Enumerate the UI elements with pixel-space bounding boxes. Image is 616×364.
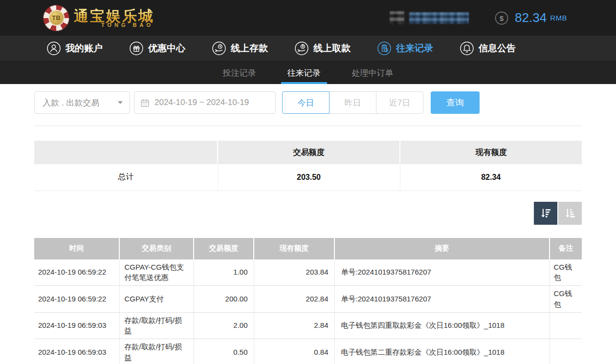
tab-transaction-records[interactable]: 往来记录 — [281, 62, 327, 84]
cell-balance: 202.84 — [254, 286, 334, 313]
cell-type: 存款/取款/打码/损益 — [119, 339, 194, 364]
col-header-note: 备注 — [550, 238, 582, 259]
summary-current-amount: 82.34 — [400, 164, 582, 191]
quick-date-group: 今日 昨日 近7日 — [282, 91, 423, 114]
cell-summary: 单号:202410193758176207 — [334, 286, 550, 313]
chevron-down-icon — [118, 101, 123, 104]
summary-header-current-amount: 现有额度 — [400, 141, 582, 164]
search-button[interactable]: 查询 — [431, 91, 480, 114]
summary-total-row: 总计 203.50 82.34 — [34, 164, 582, 191]
col-header-type: 交易类别 — [119, 238, 194, 259]
logo-text: 通宝娱乐城 TONG BAO — [74, 8, 154, 28]
nav-item-label: 优惠中心 — [148, 42, 185, 55]
summary-header-empty — [34, 141, 218, 164]
cell-balance: 203.84 — [254, 259, 334, 286]
gift-icon — [129, 41, 144, 56]
sort-controls — [34, 202, 582, 225]
sub-tabs: 投注记录 往来记录 处理中订单 — [0, 61, 616, 84]
nav-item-transaction-records[interactable]: 往来记录 — [377, 41, 433, 56]
user-icon — [46, 41, 61, 56]
records-icon — [377, 41, 392, 56]
cell-type: 存款/取款/打码/损益 — [119, 312, 194, 339]
sort-descending-button[interactable] — [534, 202, 557, 225]
nav-item-label: 线上存款 — [231, 42, 268, 55]
summary-transaction-amount: 203.50 — [218, 164, 400, 191]
svg-text:¥: ¥ — [220, 45, 221, 48]
svg-text:$: $ — [302, 44, 304, 48]
quick-btn-last7days[interactable]: 近7日 — [376, 91, 423, 114]
summary-header-row: 交易额度 现有额度 — [34, 141, 582, 164]
chip-monogram: TB — [48, 10, 65, 26]
bell-icon — [460, 41, 474, 56]
dollar-coin-icon: $ — [494, 11, 509, 25]
site-logo[interactable]: TB 通宝娱乐城 TONG BAO — [43, 5, 154, 31]
quick-btn-yesterday[interactable]: 昨日 — [329, 91, 376, 114]
cell-note — [550, 312, 582, 339]
table-row: 2024-10-19 06:59:03存款/取款/打码/损益2.002.84电子… — [34, 312, 582, 339]
site-subtitle: TONG BAO — [74, 22, 154, 28]
cell-time: 2024-10-19 06:59:22 — [34, 259, 119, 286]
main-nav: 我的账户 优惠中心 ¥ 线上存款 — [0, 36, 616, 61]
dropdown-value: 入款 . 出款交易 — [43, 97, 99, 108]
table-row: 2024-10-19 06:59:22CGPAY-CG钱包支付笔笔送优惠1.00… — [34, 259, 582, 286]
filter-bar: 入款 . 出款交易 2024-10-19 ~ 2024-10-19 今日 昨日 … — [34, 91, 582, 114]
cell-note: CG钱包 — [550, 259, 582, 286]
nav-item-label: 信息公告 — [479, 42, 516, 55]
col-header-balance: 现有额度 — [254, 238, 334, 259]
nav-item-promotions[interactable]: 优惠中心 — [129, 41, 185, 56]
cell-summary: 电子钱包第四重取款彩金《次日16:00领取》_1018 — [334, 312, 550, 339]
cell-balance: 2.84 — [254, 312, 334, 339]
cell-amount: 2.00 — [194, 312, 254, 339]
nav-item-announcements[interactable]: 信息公告 — [460, 41, 516, 56]
cell-note: CG钱包 — [550, 286, 582, 313]
main-content: 入款 . 出款交易 2024-10-19 ~ 2024-10-19 今日 昨日 … — [34, 91, 582, 364]
cell-time: 2024-10-19 06:59:22 — [34, 286, 119, 313]
summary-header-transaction-amount: 交易额度 — [218, 141, 400, 164]
balance-currency: RMB — [550, 14, 567, 22]
nav-item-label: 线上取款 — [313, 42, 351, 55]
section-divider — [34, 126, 582, 126]
cell-type: CGPAY-CG钱包支付笔笔送优惠 — [119, 259, 194, 286]
deposit-icon: ¥ — [212, 41, 226, 56]
summary-table: 交易额度 现有额度 总计 203.50 82.34 — [34, 141, 582, 191]
sort-ascending-button[interactable] — [558, 202, 582, 225]
calendar-icon — [140, 98, 150, 107]
account-area: $ 82.34 RMB — [390, 10, 567, 25]
tab-pending-orders[interactable]: 处理中订单 — [346, 62, 400, 84]
records-table: 时间 交易类别 交易额度 现有额度 摘要 备注 2024-10-19 06:59… — [34, 238, 582, 364]
table-row: 2024-10-19 06:59:03存款/取款/打码/损益0.500.84电子… — [34, 339, 582, 364]
nav-item-my-account[interactable]: 我的账户 — [46, 41, 103, 56]
avatar — [390, 11, 404, 24]
date-range-value: 2024-10-19 ~ 2024-10-19 — [154, 98, 249, 107]
nav-item-deposit[interactable]: ¥ 线上存款 — [212, 41, 268, 56]
poker-chip-icon: TB — [43, 5, 69, 31]
cell-type: CGPAY支付 — [119, 286, 194, 313]
col-header-summary: 摘要 — [334, 238, 550, 259]
date-range-input[interactable]: 2024-10-19 ~ 2024-10-19 — [134, 91, 276, 114]
top-bar: TB 通宝娱乐城 TONG BAO $ 82.34 RMB — [0, 0, 616, 36]
cell-balance: 0.84 — [254, 339, 334, 364]
nav-item-label: 往来记录 — [396, 42, 433, 55]
col-header-amount: 交易额度 — [194, 238, 254, 259]
cell-summary: 单号:202410193758176207 — [334, 259, 550, 286]
svg-text:$: $ — [500, 14, 504, 22]
transaction-type-dropdown[interactable]: 入款 . 出款交易 — [34, 91, 130, 114]
balance-display: $ 82.34 RMB — [494, 10, 567, 25]
records-header-row: 时间 交易类别 交易额度 现有额度 摘要 备注 — [34, 238, 582, 259]
cell-amount: 0.50 — [194, 339, 254, 364]
records-tbody: 2024-10-19 06:59:22CGPAY-CG钱包支付笔笔送优惠1.00… — [34, 259, 582, 364]
balance-amount: 82.34 — [515, 10, 547, 25]
cell-amount: 1.00 — [194, 259, 254, 286]
username-redacted — [409, 12, 469, 24]
col-header-time: 时间 — [34, 238, 119, 259]
cell-note — [550, 339, 582, 364]
cell-summary: 电子钱包第二重存款彩金《次日16:00领取》_1018 — [334, 339, 550, 364]
cell-amount: 200.00 — [194, 286, 254, 313]
withdraw-icon: $ — [294, 41, 309, 56]
quick-btn-today[interactable]: 今日 — [282, 91, 330, 114]
cell-time: 2024-10-19 06:59:03 — [34, 312, 119, 339]
tab-betting-records[interactable]: 投注记录 — [217, 62, 263, 84]
nav-item-label: 我的账户 — [66, 42, 103, 55]
nav-item-withdraw[interactable]: $ 线上取款 — [294, 41, 351, 56]
summary-total-label: 总计 — [34, 164, 218, 191]
